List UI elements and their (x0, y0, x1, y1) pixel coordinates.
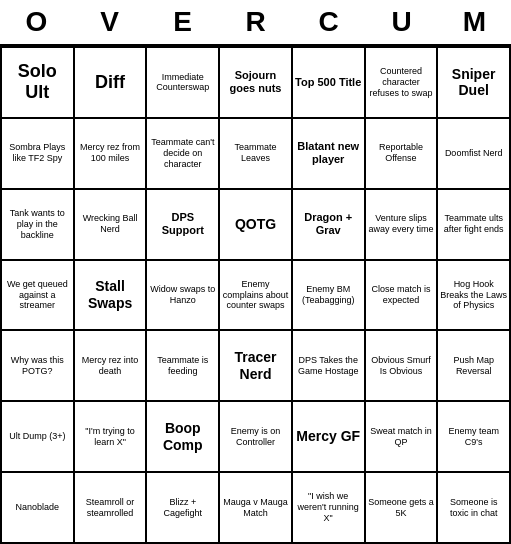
cell-23[interactable]: Widow swaps to Hanzo (147, 261, 220, 332)
cell-30[interactable]: Teammate is feeding (147, 331, 220, 402)
cell-47[interactable]: Someone gets a 5K (366, 473, 439, 544)
header-letter-e: E (146, 4, 219, 40)
cell-2[interactable]: Immediate Counterswap (147, 48, 220, 119)
cell-46[interactable]: "I wish we weren't running X" (293, 473, 366, 544)
cell-33[interactable]: Obvious Smurf Is Obvious (366, 331, 439, 402)
cell-34[interactable]: Push Map Reversal (438, 331, 511, 402)
cell-31[interactable]: Tracer Nerd (220, 331, 293, 402)
header-letter-r: R (219, 4, 292, 40)
cell-32[interactable]: DPS Takes the Game Hostage (293, 331, 366, 402)
cell-6[interactable]: Sniper Duel (438, 48, 511, 119)
cell-36[interactable]: "I'm trying to learn X" (75, 402, 148, 473)
cell-10[interactable]: Teammate Leaves (220, 119, 293, 190)
cell-20[interactable]: Teammate ults after fight ends (438, 190, 511, 261)
cell-3[interactable]: Sojourn goes nuts (220, 48, 293, 119)
cell-25[interactable]: Enemy BM (Teabagging) (293, 261, 366, 332)
cell-43[interactable]: Steamroll or steamrolled (75, 473, 148, 544)
cell-41[interactable]: Enemy team C9's (438, 402, 511, 473)
cell-1[interactable]: Diff (75, 48, 148, 119)
cell-14[interactable]: Tank wants to play in the backline (2, 190, 75, 261)
cell-5[interactable]: Countered character refuses to swap (366, 48, 439, 119)
cell-26[interactable]: Close match is expected (366, 261, 439, 332)
cell-13[interactable]: Doomfist Nerd (438, 119, 511, 190)
cell-9[interactable]: Teammate can't decide on character (147, 119, 220, 190)
cell-8[interactable]: Mercy rez from 100 miles (75, 119, 148, 190)
cell-0[interactable]: Solo Ult (2, 48, 75, 119)
cell-28[interactable]: Why was this POTG? (2, 331, 75, 402)
header-letter-o: O (0, 4, 73, 40)
cell-12[interactable]: Reportable Offense (366, 119, 439, 190)
cell-42[interactable]: Nanoblade (2, 473, 75, 544)
bingo-grid: Solo UltDiffImmediate CounterswapSojourn… (0, 46, 511, 544)
cell-48[interactable]: Someone is toxic in chat (438, 473, 511, 544)
cell-21[interactable]: We get queued against a streamer (2, 261, 75, 332)
cell-16[interactable]: DPS Support (147, 190, 220, 261)
cell-15[interactable]: Wrecking Ball Nerd (75, 190, 148, 261)
cell-44[interactable]: Blizz + Cagefight (147, 473, 220, 544)
header-letter-m: M (438, 4, 511, 40)
cell-4[interactable]: Top 500 Title (293, 48, 366, 119)
header-letter-c: C (292, 4, 365, 40)
cell-27[interactable]: Hog Hook Breaks the Laws of Physics (438, 261, 511, 332)
cell-7[interactable]: Sombra Plays like TF2 Spy (2, 119, 75, 190)
cell-37[interactable]: Boop Comp (147, 402, 220, 473)
cell-38[interactable]: Enemy is on Controller (220, 402, 293, 473)
cell-17[interactable]: QOTG (220, 190, 293, 261)
cell-24[interactable]: Enemy complains about counter swaps (220, 261, 293, 332)
cell-11[interactable]: Blatant new player (293, 119, 366, 190)
cell-40[interactable]: Sweat match in QP (366, 402, 439, 473)
header: OVERCUM (0, 0, 511, 46)
cell-35[interactable]: Ult Dump (3+) (2, 402, 75, 473)
cell-45[interactable]: Mauga v Mauga Match (220, 473, 293, 544)
cell-29[interactable]: Mercy rez into death (75, 331, 148, 402)
header-letter-v: V (73, 4, 146, 40)
cell-18[interactable]: Dragon + Grav (293, 190, 366, 261)
cell-39[interactable]: Mercy GF (293, 402, 366, 473)
header-letter-u: U (365, 4, 438, 40)
cell-22[interactable]: Stall Swaps (75, 261, 148, 332)
cell-19[interactable]: Venture slips away every time (366, 190, 439, 261)
